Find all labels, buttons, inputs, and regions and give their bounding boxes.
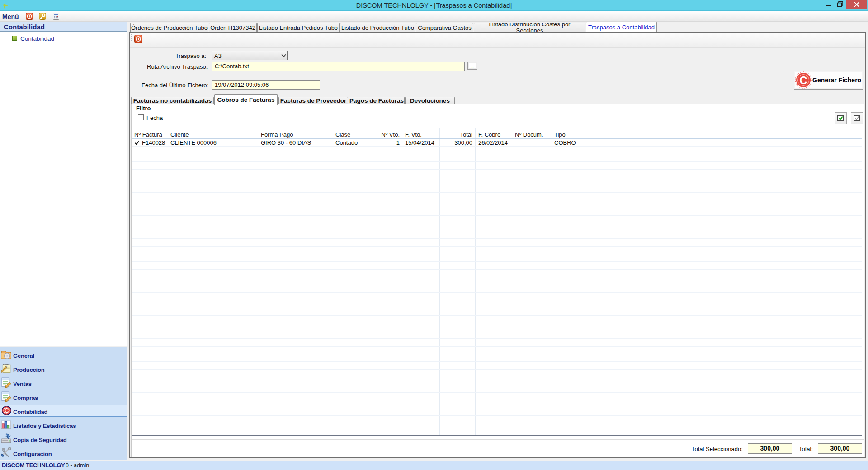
svg-text:C: C [5,407,9,414]
svg-text:C: C [799,74,807,86]
